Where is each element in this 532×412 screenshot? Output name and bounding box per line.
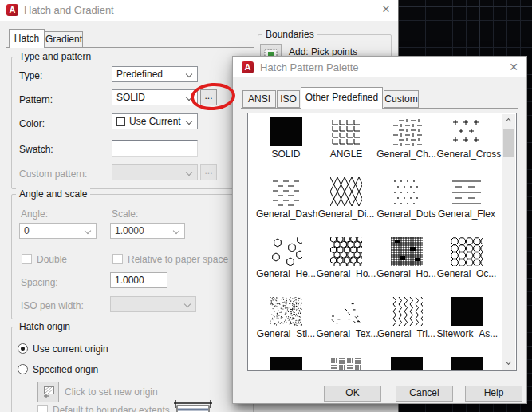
tab-hatch[interactable]: Hatch [9,29,45,48]
pattern-tile[interactable] [270,357,302,371]
pattern-tile[interactable] [330,297,362,326]
pattern-tile[interactable] [391,177,423,206]
chevron-down-icon [506,359,511,365]
swatch-label: Swatch: [19,144,53,155]
tab-custom[interactable]: Custom [384,90,419,108]
pattern-tile[interactable] [391,357,423,371]
group-hatch-origin-legend: Hatch origin [16,321,73,332]
hatch-pattern-palette-dialog: A Hatch Pattern Palette ✕ ANSI ISO Other… [232,56,527,404]
specified-origin-radio[interactable] [18,364,28,374]
scale-label: Scale: [112,208,138,220]
use-current-origin-radio[interactable] [18,343,28,354]
pattern-item[interactable] [256,357,316,371]
chevron-up-icon [506,118,511,124]
pattern-item[interactable]: General_Di... [317,177,376,220]
scrollbar-thumb[interactable] [503,129,514,157]
pattern-tile[interactable] [270,297,302,326]
tab-ansi[interactable]: ANSI [242,90,276,108]
pattern-tile[interactable] [330,237,362,266]
pattern-item[interactable]: General_Cross [437,117,497,160]
pattern-item[interactable]: Sitework_As... [437,297,497,339]
double-label: Double [37,254,67,265]
pattern-item[interactable]: General_Ho... [317,237,376,279]
chevron-down-icon [173,228,179,234]
click-to-set-origin-label: Click to set new origin [65,386,158,398]
boundary-extents-icon [174,400,212,412]
color-value: Use Current [129,116,181,127]
iso-pen-width-label: ISO pen width: [21,300,84,311]
pattern-label: General_Tex... [317,328,376,339]
main-close-button[interactable]: ✕ [376,3,396,15]
pattern-item[interactable]: General_Dash [256,177,316,220]
pattern-tile[interactable] [270,177,302,206]
pattern-tile[interactable] [391,297,423,326]
pattern-list-scrollbar[interactable] [502,114,515,370]
pattern-item[interactable]: General_Dots [376,177,436,220]
color-combobox[interactable]: Use Current [112,113,198,129]
pattern-tile[interactable] [270,117,302,146]
pattern-combobox[interactable]: SOLID [112,89,198,105]
tab-other-predefined[interactable]: Other Predefined [301,87,383,109]
scroll-up-button[interactable] [502,114,515,127]
pattern-tile[interactable] [391,117,423,146]
pattern-tile[interactable] [330,177,362,206]
pattern-tile[interactable] [451,297,483,326]
type-value: Predefined [116,69,163,80]
pattern-label: General_Oc... [437,268,497,279]
pattern-item[interactable] [376,357,436,371]
chevron-down-icon [186,169,192,176]
pattern-tile[interactable] [451,357,483,371]
pattern-item[interactable]: General_Ho... [376,237,436,279]
pattern-label: General_Sti... [256,328,316,339]
ok-button[interactable]: OK [324,386,381,402]
pattern-item[interactable]: SOLID [256,117,316,160]
tab-iso[interactable]: ISO [277,90,300,108]
help-button[interactable]: Help [465,386,522,402]
pattern-label: ANGLE [317,149,376,160]
pattern-label: General_He... [256,268,316,279]
pattern-tile[interactable] [330,357,362,371]
type-combobox[interactable]: Predefined [112,66,198,82]
palette-close-button[interactable]: ✕ [504,61,523,73]
pattern-item[interactable]: General_Tri... [376,297,436,339]
pattern-tile[interactable] [451,117,483,146]
cancel-button[interactable]: Cancel [396,386,453,402]
pattern-tile[interactable] [330,117,362,146]
tab-gradient[interactable]: Gradient [45,31,83,48]
pattern-label: General_Ch... [376,149,436,160]
main-titlebar[interactable]: A Hatch and Gradient ✕ [0,0,398,21]
scroll-down-button[interactable] [502,357,515,370]
pattern-item[interactable] [317,357,376,371]
pattern-item[interactable]: ANGLE [317,117,376,160]
group-type-and-pattern-legend: Type and pattern [16,51,94,62]
pattern-tile[interactable] [391,237,423,266]
chevron-down-icon [186,118,192,125]
pattern-list[interactable]: SOLIDANGLEGeneral_Ch...General_CrossGene… [247,113,517,371]
pattern-label: General_Ho... [376,268,436,279]
pattern-grid: SOLIDANGLEGeneral_Ch...General_CrossGene… [248,113,502,370]
pattern-tile[interactable] [451,177,483,206]
pattern-tile[interactable] [451,237,483,266]
angle-combobox[interactable]: 0 [19,223,97,239]
relative-to-paper-space-checkbox[interactable] [112,254,123,264]
pattern-item[interactable]: General_Oc... [437,237,497,279]
use-current-origin-label: Use current origin [33,343,108,355]
swatch-preview[interactable] [112,140,198,157]
default-boundary-extents-checkbox[interactable] [37,405,48,412]
pattern-label: Pattern: [19,94,53,105]
palette-titlebar[interactable]: A Hatch Pattern Palette ✕ [233,57,526,77]
pattern-item[interactable]: General_Sti... [256,297,316,339]
group-angle-and-scale-legend: Angle and scale [16,188,90,200]
pattern-item[interactable]: General_Flex [437,177,497,220]
pattern-item[interactable]: General_He... [256,237,316,279]
pattern-item[interactable]: General_Ch... [376,117,436,160]
double-checkbox[interactable] [22,254,32,264]
pattern-tile[interactable] [270,237,302,266]
pattern-item[interactable] [437,357,497,371]
color-swatch-icon [116,117,125,126]
chevron-down-icon [186,71,192,77]
scale-combobox[interactable]: 1.0000 [110,223,185,239]
spacing-input[interactable]: 1.0000 [110,272,167,288]
type-label: Type: [19,70,42,81]
pattern-item[interactable]: General_Tex... [317,297,376,339]
